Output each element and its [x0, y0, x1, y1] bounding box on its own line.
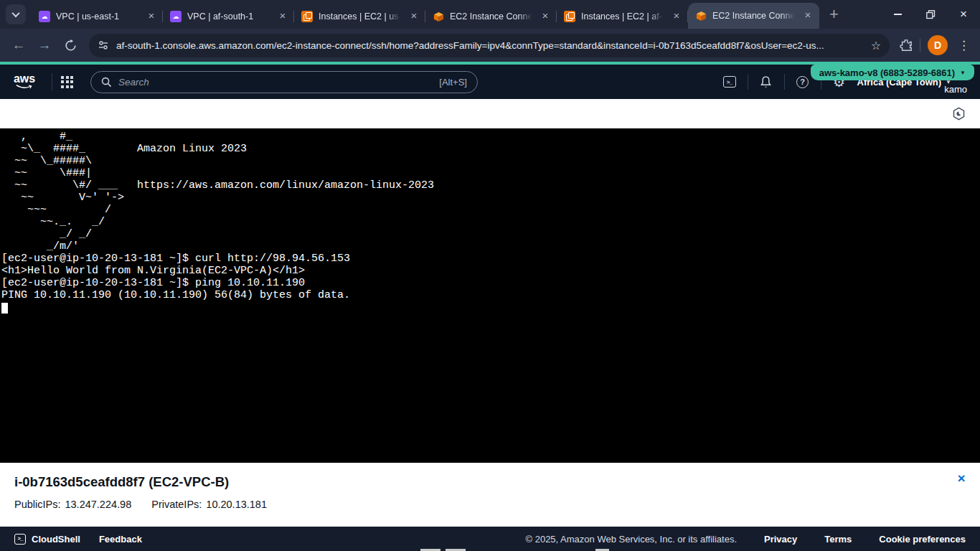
tab-instances-us-east[interactable]: Instances | EC2 | us-ea ×	[294, 4, 425, 29]
forward-button[interactable]: →	[33, 34, 56, 57]
tab-title: VPC | us-east-1	[56, 11, 140, 22]
tab-ec2-instance-connect-1[interactable]: EC2 Instance Connect ×	[425, 4, 557, 29]
terms-link[interactable]: Terms	[824, 534, 852, 545]
reload-button[interactable]	[59, 34, 82, 57]
terminal-cursor	[1, 303, 8, 314]
console-footer: >_ CloudShell Feedback © 2025, Amazon We…	[0, 527, 980, 551]
window-minimize-button[interactable]	[881, 0, 914, 29]
tab-close-icon[interactable]: ×	[671, 11, 682, 22]
cloudshell-icon[interactable]: >_	[722, 74, 738, 90]
panel-close-icon[interactable]: ×	[953, 470, 970, 487]
vpc-favicon-icon: ☁	[39, 11, 50, 22]
header-divider	[52, 73, 52, 90]
window-controls: ×	[881, 0, 980, 29]
instance-info-panel: i-0b7163d5ceafdd8f7 (EC2-VPC-B) PublicIP…	[0, 463, 980, 527]
tab-close-icon[interactable]: ×	[540, 11, 551, 22]
window-close-button[interactable]: ×	[947, 0, 980, 29]
url-text: af-south-1.console.aws.amazon.com/ec2-in…	[116, 40, 864, 51]
footer-cloudshell-button[interactable]: >_ CloudShell	[14, 534, 80, 545]
console-search-input[interactable]: Search [Alt+S]	[90, 71, 478, 93]
tab-close-icon[interactable]: ×	[802, 10, 814, 22]
tab-title: EC2 Instance Connect	[712, 11, 796, 21]
tab-close-icon[interactable]: ×	[408, 11, 420, 22]
browser-tabs: ☁ VPC | us-east-1 × ☁ VPC | af-south-1 ×…	[32, 0, 819, 29]
new-tab-button[interactable]: +	[829, 5, 839, 24]
tab-search-button[interactable]	[6, 4, 26, 24]
aws-logo-text: aws	[14, 72, 35, 85]
terminal-output: , #_ ~\_ ####_ Amazon Linux 2023 ~~ \_##…	[1, 131, 980, 301]
chevron-down-icon	[11, 9, 19, 17]
restore-icon	[926, 10, 936, 19]
ssh-terminal[interactable]: , #_ ~\_ ####_ Amazon Linux 2023 ~~ \_##…	[0, 128, 980, 463]
feedback-link[interactable]: Feedback	[99, 534, 142, 545]
aws-console-header: aws Search [Alt+S] >_ ? ⚙ Africa (Cape T…	[0, 65, 980, 99]
url-address-bar[interactable]: af-south-1.console.aws.amazon.com/ec2-in…	[89, 34, 890, 57]
ec2-instances-favicon-icon	[564, 11, 575, 22]
instance-connect-toolbar	[0, 99, 980, 128]
tab-title: EC2 Instance Connect	[450, 11, 534, 22]
help-icon[interactable]: ?	[795, 74, 811, 90]
services-grid-icon[interactable]	[61, 76, 73, 88]
public-ips-value: 13.247.224.98	[65, 499, 131, 510]
public-ips-label: PublicIPs:	[14, 499, 60, 510]
ec2-instances-favicon-icon	[301, 11, 313, 22]
tab-ec2-instance-connect-active[interactable]: EC2 Instance Connect ×	[688, 3, 819, 29]
search-icon	[101, 77, 112, 88]
instance-ips-row: PublicIPs: 13.247.224.98 PrivateIPs: 10.…	[14, 499, 980, 510]
copyright-text: © 2025, Amazon Web Services, Inc. or its…	[525, 534, 737, 545]
bookmark-star-icon[interactable]: ☆	[871, 39, 881, 52]
search-shortcut: [Alt+S]	[439, 77, 467, 88]
tab-vpc-us-east-1[interactable]: ☁ VPC | us-east-1 ×	[32, 4, 163, 29]
tab-title: Instances | EC2 | af-so	[581, 11, 665, 22]
minimize-icon	[894, 14, 902, 14]
search-placeholder: Search	[118, 77, 433, 88]
question-mark-glyph: ?	[796, 76, 809, 88]
account-badge-label: aws-kamo-v8 (6883-5289-6861)	[819, 67, 955, 78]
toolbar-divider	[920, 39, 920, 52]
header-icon-divider	[784, 74, 785, 90]
site-settings-icon[interactable]	[98, 39, 109, 51]
back-button[interactable]: ←	[7, 34, 30, 57]
tab-instances-af-south[interactable]: Instances | EC2 | af-so ×	[557, 4, 688, 29]
terminal-settings-hexagon-icon[interactable]	[952, 107, 966, 121]
account-badge[interactable]: aws-kamo-v8 (6883-5289-6861) ▼	[811, 65, 974, 80]
ec2-connect-favicon-icon	[433, 11, 444, 22]
aws-logo[interactable]: aws	[10, 75, 39, 90]
tab-close-icon[interactable]: ×	[146, 11, 157, 22]
notifications-bell-icon[interactable]	[758, 74, 774, 90]
tab-vpc-af-south-1[interactable]: ☁ VPC | af-south-1 ×	[163, 4, 294, 29]
browser-menu-icon[interactable]: ⋮	[955, 38, 973, 53]
reload-icon	[65, 39, 77, 52]
cloudshell-label: CloudShell	[32, 534, 80, 545]
cookie-preferences-link[interactable]: Cookie preferences	[879, 534, 966, 545]
profile-avatar[interactable]: D	[928, 35, 948, 55]
privacy-link[interactable]: Privacy	[764, 534, 797, 545]
tab-title: VPC | af-south-1	[187, 11, 271, 22]
ec2-connect-favicon-icon	[695, 10, 707, 22]
vpc-favicon-icon: ☁	[170, 11, 182, 22]
account-username: kamo	[944, 84, 967, 95]
tab-close-icon[interactable]: ×	[277, 11, 288, 22]
tab-title: Instances | EC2 | us-ea	[319, 11, 402, 22]
browser-toolbar: ← → af-south-1.console.aws.amazon.com/ec…	[0, 29, 980, 62]
private-ips-value: 10.20.13.181	[206, 499, 267, 510]
cloudshell-icon: >_	[14, 534, 26, 545]
window-restore-button[interactable]	[914, 0, 947, 29]
aws-smile-icon	[15, 84, 34, 90]
caret-down-icon: ▼	[960, 70, 966, 76]
toolbar-right: D ⋮	[897, 35, 973, 55]
extensions-puzzle-icon[interactable]	[900, 39, 913, 52]
header-icon-divider	[748, 74, 748, 90]
instance-title: i-0b7163d5ceafdd8f7 (EC2-VPC-B)	[14, 474, 980, 490]
private-ips-label: PrivateIPs:	[151, 499, 202, 510]
cloudshell-glyph: >_	[723, 76, 736, 88]
browser-tab-bar: ☁ VPC | us-east-1 × ☁ VPC | af-south-1 ×…	[0, 0, 980, 29]
